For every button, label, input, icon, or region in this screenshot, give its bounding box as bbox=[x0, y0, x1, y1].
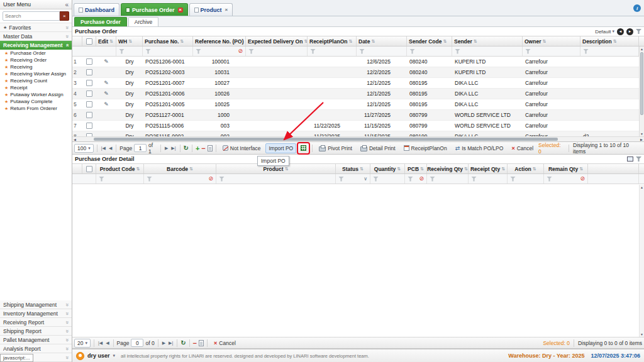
column-header-purchase-no[interactable]: Purchase No.⇅ bbox=[143, 36, 193, 46]
filter-funnel-icon[interactable] bbox=[373, 177, 379, 182]
tab-product[interactable]: Product× bbox=[189, 3, 233, 16]
column-header-action[interactable]: Action⇅ bbox=[508, 164, 544, 173]
detail-cancel-button[interactable]: × Cancel bbox=[211, 338, 239, 348]
scrollbar-thumb[interactable] bbox=[94, 138, 558, 141]
info-icon[interactable]: i bbox=[633, 4, 641, 12]
view-select[interactable]: Default ▾ bbox=[595, 29, 614, 35]
pivot-print-button[interactable]: Pivot Print bbox=[316, 143, 355, 153]
monitor-icon[interactable] bbox=[627, 156, 633, 162]
edit-pencil-icon[interactable]: ✎ bbox=[104, 58, 109, 65]
sidebar-item-putaway-worker-assign[interactable]: ★Putaway Worker Assign bbox=[0, 91, 72, 98]
column-header-edit[interactable]: Edit⇅ bbox=[96, 36, 116, 46]
row-checkbox[interactable] bbox=[86, 58, 92, 65]
column-header-receipt-qty[interactable]: Receipt Qty⇅ bbox=[469, 164, 508, 173]
sidebar-item-receiving-count[interactable]: ★Receiving Count bbox=[0, 77, 72, 84]
scroll-up-icon[interactable]: ▲ bbox=[640, 185, 644, 190]
column-header-receiptplanon[interactable]: ReceiptPlanOn⇅ bbox=[308, 36, 357, 46]
filter-icon[interactable] bbox=[636, 29, 641, 34]
sidebar-section-favorites[interactable]: ★Favorites» bbox=[0, 23, 72, 32]
row-checkbox[interactable] bbox=[86, 69, 92, 75]
edit-pencil-icon[interactable]: ✎ bbox=[104, 101, 109, 107]
column-header-quantity[interactable]: Quantity⇅ bbox=[370, 164, 405, 173]
filter-funnel-icon[interactable] bbox=[510, 177, 516, 182]
column-header-sender[interactable]: Sender⇅ bbox=[452, 36, 523, 46]
column-filter-date[interactable] bbox=[357, 47, 407, 56]
filter-clear-icon[interactable]: ⊘ bbox=[208, 176, 213, 182]
filter-clear-icon[interactable]: ⊘ bbox=[580, 176, 585, 182]
circle-arrow-right-icon[interactable]: ▸ bbox=[626, 28, 633, 35]
filter-funnel-icon[interactable] bbox=[119, 49, 125, 54]
filter-clear-icon[interactable]: ⊘ bbox=[238, 48, 243, 54]
scroll-down-icon[interactable]: ▼ bbox=[640, 332, 644, 337]
sidebar-item-receiving[interactable]: ★Receiving bbox=[0, 63, 72, 70]
row-checkbox[interactable] bbox=[86, 90, 92, 97]
remove-row-icon[interactable]: − bbox=[193, 339, 197, 347]
po-table-row[interactable]: 7DryPO251115-000600311/22/202511/15/2025… bbox=[72, 121, 644, 131]
refresh-icon[interactable]: ↻ bbox=[184, 145, 189, 151]
filter-funnel-icon[interactable] bbox=[525, 49, 531, 54]
sidebar-section-analysis-report[interactable]: Analysis Report» bbox=[0, 344, 72, 353]
sidebar-collapse-icon[interactable]: « bbox=[65, 1, 69, 8]
column-filter-quantity[interactable] bbox=[370, 174, 405, 184]
column-filter-owner[interactable] bbox=[523, 47, 580, 56]
receipt-plan-on-button[interactable]: ReceiptPlanOn bbox=[401, 143, 450, 153]
scrollbar-thumb[interactable] bbox=[640, 52, 643, 115]
page-input[interactable]: 0 bbox=[131, 339, 143, 347]
tab-dashboard[interactable]: Dashboard bbox=[74, 3, 119, 16]
filter-funnel-icon[interactable] bbox=[145, 49, 151, 54]
scroll-left-icon[interactable]: ◀ bbox=[72, 137, 77, 142]
column-filter-description[interactable] bbox=[580, 47, 639, 56]
po-table-row[interactable]: 4✎DryPO251201-00061002612/1/2025080195DI… bbox=[72, 89, 644, 99]
row-checkbox[interactable] bbox=[86, 112, 92, 118]
not-interface-button[interactable]: Not Interface bbox=[219, 143, 264, 153]
filter-funnel-icon[interactable] bbox=[359, 49, 365, 54]
detail-vertical-scrollbar[interactable]: ▲ ▼ bbox=[639, 185, 644, 337]
subtab-archive[interactable]: Archive bbox=[128, 17, 158, 26]
filter-clear-icon[interactable]: ⊘ bbox=[419, 176, 424, 182]
sidebar-item-receiving-order[interactable]: ★Receiving Order bbox=[0, 57, 72, 63]
column-header-expected-delivery-on[interactable]: Expected Delivery On⇅ bbox=[246, 36, 308, 46]
next-page-button[interactable]: ▶ bbox=[164, 146, 169, 151]
sidebar-item-putaway-complete[interactable]: ★Putaway Complete bbox=[0, 98, 72, 105]
filter-funnel-icon[interactable] bbox=[248, 49, 254, 54]
column-header-status[interactable]: Status⇅ bbox=[336, 164, 370, 173]
filter-funnel-icon[interactable] bbox=[408, 177, 413, 182]
sidebar-section-shipping-management[interactable]: Shipping Management» bbox=[0, 300, 72, 309]
prev-page-button[interactable]: ◀ bbox=[108, 146, 113, 151]
po-table-row[interactable]: 3✎DryPO251201-00071002712/1/2025080195DI… bbox=[72, 78, 644, 89]
first-page-button[interactable]: |◀ bbox=[101, 146, 106, 151]
select-all-checkbox[interactable] bbox=[86, 38, 92, 45]
sidebar-search-input[interactable] bbox=[3, 11, 60, 21]
column-filter-receipt-qty[interactable] bbox=[469, 174, 508, 184]
import-po-button[interactable]: Import PO bbox=[265, 143, 296, 153]
import-po-file-button[interactable] bbox=[298, 143, 309, 153]
column-filter-action[interactable] bbox=[508, 174, 544, 184]
column-filter-product-code[interactable] bbox=[96, 174, 144, 184]
column-header-date[interactable]: Date⇅ bbox=[357, 36, 407, 46]
column-header-description[interactable]: Description⇅ bbox=[580, 36, 639, 46]
filter-funnel-icon[interactable] bbox=[430, 177, 435, 182]
column-filter-receiving-qty[interactable] bbox=[427, 174, 469, 184]
sidebar-item-purchase-order[interactable]: ★Purchase Order bbox=[0, 50, 72, 57]
edit-pencil-icon[interactable]: ✎ bbox=[104, 80, 109, 86]
column-filter-barcode[interactable]: ⊘ bbox=[144, 174, 216, 184]
po-vertical-scrollbar[interactable]: ▲ ▼ bbox=[639, 47, 644, 136]
page-input[interactable]: 1 bbox=[134, 144, 147, 152]
filter-funnel-icon[interactable] bbox=[99, 177, 104, 182]
last-page-button[interactable]: ▶| bbox=[170, 146, 176, 151]
column-filter-remain-qty[interactable]: ⊘ bbox=[544, 174, 588, 184]
filter-funnel-icon[interactable] bbox=[147, 177, 152, 182]
scroll-up-icon[interactable]: ▲ bbox=[640, 47, 644, 52]
page-size-select[interactable]: 100 ▾ bbox=[74, 144, 94, 153]
subtab-purchase-order[interactable]: Purchase Order bbox=[74, 17, 127, 26]
po-horizontal-scrollbar[interactable]: ◀ ▶ bbox=[72, 136, 644, 141]
filter-funnel-icon[interactable] bbox=[547, 177, 552, 182]
row-checkbox[interactable] bbox=[86, 80, 92, 86]
sidebar-section-pallet-management[interactable]: Pallet Management» bbox=[0, 336, 72, 344]
column-header-wh[interactable]: WH⇅ bbox=[116, 36, 143, 46]
document-icon[interactable] bbox=[199, 340, 204, 346]
next-page-button[interactable]: ▶ bbox=[162, 341, 166, 346]
first-page-button[interactable]: |◀ bbox=[97, 341, 103, 346]
po-table-row[interactable]: 5✎DryPO251201-00051002512/1/2025080195DI… bbox=[72, 99, 644, 110]
column-header-barcode[interactable]: Barcode⇅ bbox=[144, 164, 216, 173]
